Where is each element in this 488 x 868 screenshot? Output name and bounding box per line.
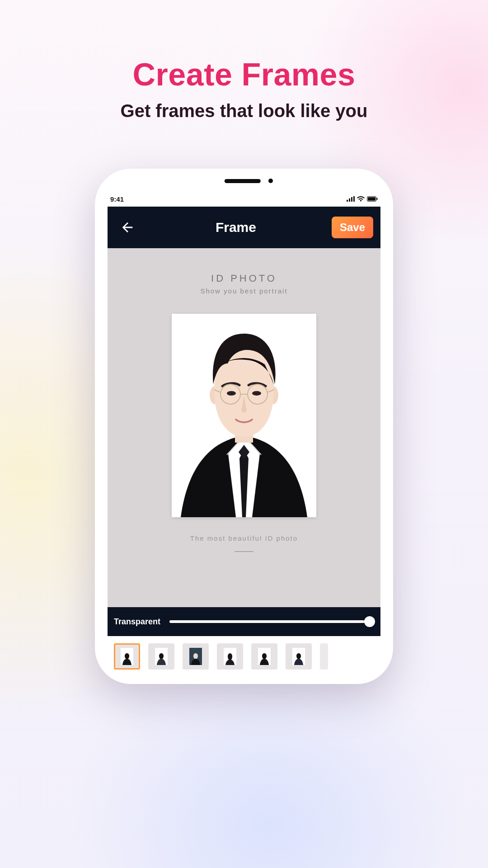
frame-thumbnail[interactable]	[148, 643, 174, 670]
frame-thumbnail[interactable]	[217, 643, 243, 670]
frame-subheading: Show you best portrait	[200, 287, 287, 295]
frame-thumbnail[interactable]	[183, 643, 209, 670]
phone-speaker	[225, 179, 261, 183]
frame-thumbnail[interactable]	[114, 643, 140, 670]
promo-title: Create Frames	[133, 57, 356, 93]
frame-thumbnail[interactable]	[286, 643, 312, 670]
svg-rect-3	[353, 196, 355, 202]
svg-rect-6	[377, 198, 378, 200]
save-button[interactable]: Save	[332, 217, 373, 238]
frame-thumbnail-strip[interactable]	[108, 636, 380, 671]
frame-caption-rule	[235, 551, 253, 552]
phone-mockup: 9:41	[95, 169, 393, 684]
svg-point-12	[252, 391, 261, 396]
app-navbar: Frame Save	[108, 207, 380, 248]
frame-heading: ID PHOTO	[211, 273, 277, 284]
back-button[interactable]	[115, 215, 140, 240]
wifi-icon	[357, 196, 365, 202]
battery-icon	[367, 196, 378, 202]
transparency-label: Transparent	[114, 617, 160, 627]
svg-rect-1	[349, 198, 350, 202]
transparency-slider[interactable]	[169, 620, 374, 623]
slider-thumb[interactable]	[364, 616, 375, 627]
promo-subtitle: Get frames that look like you	[121, 101, 368, 121]
phone-camera-dot	[268, 179, 273, 183]
status-icons	[347, 196, 378, 202]
frame-preview-area: ID PHOTO Show you best portrait	[108, 248, 380, 607]
arrow-left-icon	[120, 220, 135, 235]
status-time: 9:41	[110, 195, 124, 203]
phone-screen: 9:41	[108, 193, 380, 671]
portrait-image[interactable]	[172, 314, 316, 517]
signal-icon	[347, 196, 355, 202]
svg-point-11	[227, 391, 236, 396]
frame-caption: The most beautiful ID photo	[190, 534, 298, 542]
status-bar: 9:41	[108, 193, 380, 205]
svg-rect-0	[347, 200, 348, 202]
frame-thumbnail[interactable]	[251, 643, 277, 670]
svg-rect-2	[351, 197, 352, 202]
nav-title: Frame	[216, 220, 256, 235]
transparency-bar: Transparent	[108, 607, 380, 636]
svg-rect-5	[368, 197, 375, 201]
frame-thumbnail[interactable]	[320, 643, 328, 670]
